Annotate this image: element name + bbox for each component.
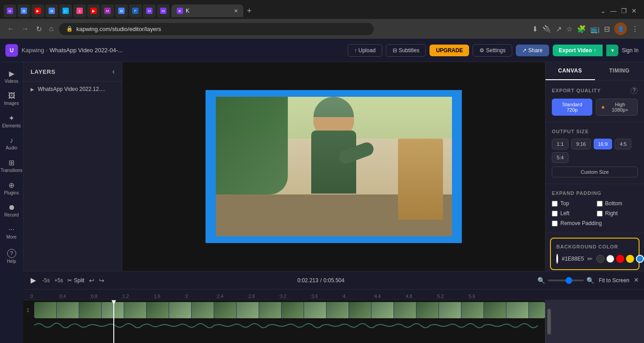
remove-padding-checkbox[interactable]: Remove Padding	[552, 220, 638, 226]
subtitles-button[interactable]: ⊟ Subtitles	[386, 44, 426, 57]
tab-close-window-icon[interactable]: ✕	[631, 7, 637, 14]
pinned-tab-5[interactable]: ▷	[59, 5, 72, 17]
sidebar-item-transitions[interactable]: ⊞ Transitions	[1, 155, 22, 176]
swatch-yellow[interactable]	[626, 255, 634, 263]
swatch-white[interactable]	[606, 255, 614, 263]
upgrade-button[interactable]: UPGRADE	[429, 45, 469, 56]
remove-padding-input[interactable]	[552, 221, 558, 226]
color-picker-icon[interactable]: ✏	[587, 255, 593, 262]
sidebar-item-help[interactable]: ? Help	[1, 245, 22, 267]
layer-item-1[interactable]: ▶ WhatsApp Video 2022.12....	[23, 81, 122, 97]
tab-restore-icon[interactable]: ❐	[621, 7, 627, 14]
canvas-background[interactable]	[206, 90, 462, 243]
tab-close-icon[interactable]: ×	[234, 7, 238, 14]
quality-standard-button[interactable]: Standard 720p	[552, 99, 592, 116]
sidebar-item-more[interactable]: ··· More	[1, 222, 22, 243]
padding-bottom-input[interactable]	[597, 201, 603, 207]
download-icon[interactable]: ⬇	[532, 25, 538, 33]
timeline-tracks: 1	[23, 300, 644, 343]
size-9-16-button[interactable]: 9:16	[571, 139, 590, 149]
settings-button[interactable]: ⚙ Settings	[473, 44, 512, 57]
nav-home-button[interactable]: ⌂	[47, 23, 55, 35]
cast-icon[interactable]: 📺	[590, 25, 599, 33]
extension-icon[interactable]: 🔌	[542, 25, 551, 33]
padding-left-input[interactable]	[552, 211, 558, 217]
menu-icon[interactable]: ⋮	[631, 25, 639, 33]
profile-avatar[interactable]: 👤	[614, 23, 627, 35]
active-tab[interactable]: K K ×	[171, 5, 243, 17]
fit-screen-button[interactable]: Fit to Screen	[599, 277, 629, 284]
playhead[interactable]	[113, 300, 114, 343]
sidebar-item-videos[interactable]: ▶ Videos	[1, 66, 22, 87]
pinned-tab-1[interactable]: U	[4, 5, 16, 17]
bookmark-icon[interactable]: ☆	[566, 25, 572, 33]
nav-refresh-button[interactable]: ↻	[34, 23, 44, 35]
padding-top-input[interactable]	[552, 201, 558, 207]
sidebar-item-record[interactable]: ⏺ Record	[1, 200, 22, 221]
sidebar-item-plugins[interactable]: ⊕ Plugins	[1, 177, 22, 199]
padding-right-checkbox[interactable]: Right	[597, 210, 638, 217]
pinned-tab-2[interactable]: G	[18, 5, 30, 17]
signin-button[interactable]: Sign In	[622, 47, 639, 54]
nav-back-button[interactable]: ←	[5, 23, 16, 35]
export-dropdown-button[interactable]: ▾	[606, 45, 618, 56]
redo-button[interactable]: ↪	[99, 277, 104, 284]
zoom-in-icon[interactable]: 🔍	[586, 277, 594, 284]
size-5-4-button[interactable]: 5:4	[552, 152, 568, 163]
skip-forward-button[interactable]: +5s	[54, 277, 63, 284]
sidebar-toggle-icon[interactable]: ⊟	[604, 25, 610, 33]
pinned-tab-9[interactable]: G	[115, 5, 128, 17]
timeline-scrollbar[interactable]	[545, 300, 644, 343]
sidebar-item-audio[interactable]: ♪ Audio	[1, 133, 22, 154]
zoom-out-icon[interactable]: 🔍	[537, 277, 545, 284]
size-4-5-button[interactable]: 4:5	[615, 139, 631, 149]
tab-timing[interactable]: TIMING	[595, 62, 644, 80]
custom-size-button[interactable]: Custom Size	[552, 167, 638, 177]
pinned-tab-6[interactable]: 1	[73, 5, 86, 17]
size-1-1-button[interactable]: 1:1	[552, 139, 568, 149]
pinned-tab-8[interactable]: M	[101, 5, 114, 17]
undo-button[interactable]: ↩	[89, 277, 94, 284]
tab-minimize-icon[interactable]: —	[610, 7, 617, 14]
pinned-tab-7[interactable]: ▶	[87, 5, 100, 17]
timeline-close-button[interactable]: ×	[634, 275, 639, 285]
sidebar-item-elements[interactable]: ✦ Elements	[1, 110, 22, 132]
play-button[interactable]: ▶	[29, 274, 38, 286]
upload-button[interactable]: ↑ Upload	[348, 44, 382, 57]
swatch-dark[interactable]	[596, 255, 604, 263]
pinned-tab-11[interactable]: M	[143, 5, 156, 17]
export-button[interactable]: Export Video ↑	[553, 45, 603, 56]
share-toolbar-icon[interactable]: ↗	[556, 25, 562, 33]
new-tab-button[interactable]: +	[243, 5, 255, 18]
canvas-video[interactable]	[216, 97, 452, 236]
pinned-tab-10[interactable]: P	[129, 5, 142, 17]
size-16-9-button[interactable]: 16:9	[594, 139, 612, 149]
address-bar[interactable]: 🔒 kapwing.com/studio/editor/layers	[59, 23, 374, 35]
scrollbar-thumb[interactable]	[547, 309, 551, 334]
swatch-red[interactable]	[616, 255, 624, 263]
pinned-tab-12[interactable]: M	[157, 5, 170, 17]
padding-top-checkbox[interactable]: Top	[552, 200, 593, 207]
padding-left-checkbox[interactable]: Left	[552, 210, 593, 217]
quality-high-button[interactable]: ★ High 1080p+	[596, 99, 638, 116]
app-logo[interactable]: U	[5, 44, 18, 57]
split-button[interactable]: ✂ Split	[67, 277, 84, 284]
share-button[interactable]: ↗ Share	[516, 45, 549, 56]
swatch-blue[interactable]	[636, 255, 644, 263]
export-quality-help-icon[interactable]: ?	[631, 87, 638, 94]
tab-canvas[interactable]: CANVAS	[546, 62, 595, 80]
padding-right-input[interactable]	[597, 211, 603, 217]
breadcrumb-root[interactable]: Kapwing	[22, 47, 44, 54]
layers-collapse-icon[interactable]: ‹	[112, 68, 115, 76]
padding-bottom-checkbox[interactable]: Bottom	[597, 200, 638, 207]
nav-forward-button[interactable]: →	[20, 23, 31, 35]
extensions-icon[interactable]: 🧩	[577, 25, 586, 33]
zoom-slider[interactable]	[548, 280, 584, 281]
sidebar-item-images[interactable]: 🖼 Images	[1, 88, 22, 109]
skip-back-button[interactable]: -5s	[42, 277, 50, 284]
video-track[interactable]	[34, 302, 545, 318]
current-color-swatch[interactable]	[556, 254, 558, 264]
tab-expand-icon[interactable]: ⌄	[600, 7, 606, 14]
pinned-tab-3[interactable]: ▶	[31, 5, 44, 17]
pinned-tab-4[interactable]: G	[45, 5, 58, 17]
